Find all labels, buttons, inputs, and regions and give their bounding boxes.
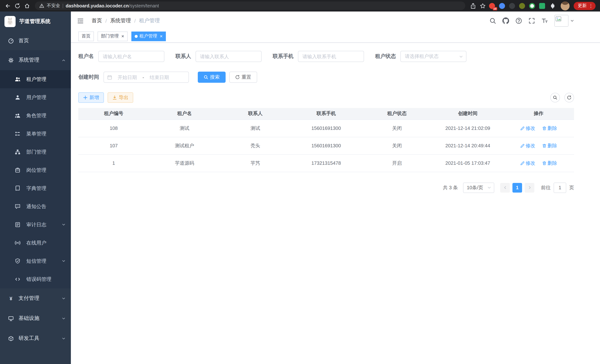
hamburger-icon[interactable]	[77, 17, 84, 24]
sidebar-group-基础设施[interactable]: 基础设施	[0, 308, 71, 328]
add-button[interactable]: 新增	[78, 92, 104, 103]
tenant-name-input[interactable]	[98, 51, 164, 62]
date-end-input[interactable]	[146, 75, 173, 80]
url-path: /system/tenant	[129, 3, 159, 8]
role-icon	[15, 113, 20, 118]
bookmark-star-icon[interactable]	[478, 1, 488, 10]
breadcrumb-separator: /	[134, 18, 136, 24]
sidebar-item-菜单管理[interactable]: 菜单管理	[0, 125, 71, 143]
filter-phone: 联系手机	[273, 51, 364, 62]
search-button-label: 搜索	[210, 74, 220, 81]
extension-icon-dark[interactable]	[509, 3, 515, 9]
page-size-select[interactable]: 10条/页	[463, 182, 494, 193]
edit-link[interactable]: 修改	[520, 142, 535, 149]
sidebar-item-用户管理[interactable]: 用户管理	[0, 88, 71, 106]
sidebar: 芋道管理系统 首页 系统管理 租户管理用户管理角色管理菜单管理部门管理岗位管理字…	[0, 11, 71, 364]
sidebar-item-部门管理[interactable]: 部门管理	[0, 143, 71, 161]
tab-部门管理[interactable]: 部门管理×	[98, 31, 127, 41]
column-header: 租户编号	[78, 108, 149, 120]
sidebar-item-短信管理[interactable]: 短信管理	[0, 252, 71, 270]
extension-icon-blue[interactable]	[499, 3, 505, 9]
search-button[interactable]: 搜索	[198, 72, 225, 83]
search-icon[interactable]	[489, 18, 496, 24]
tab-首页[interactable]: 首页	[78, 31, 94, 41]
contact-input[interactable]	[196, 51, 262, 62]
tool-icon	[8, 336, 14, 341]
breadcrumb-item[interactable]: 首页	[92, 18, 102, 24]
user-avatar-menu[interactable]	[554, 15, 574, 27]
date-start-input[interactable]	[114, 75, 141, 80]
fullscreen-icon[interactable]	[528, 18, 535, 24]
next-page-button[interactable]	[525, 183, 534, 192]
reload-icon[interactable]	[13, 1, 22, 10]
extension-icon-green-square[interactable]	[539, 3, 545, 9]
edit-link[interactable]: 修改	[520, 160, 535, 166]
sidebar-group-system[interactable]: 系统管理	[0, 50, 71, 70]
font-size-icon[interactable]	[541, 18, 548, 24]
github-icon[interactable]	[502, 18, 509, 24]
question-icon[interactable]	[516, 18, 522, 24]
sidebar-item-label: 部门管理	[26, 149, 46, 155]
sidebar-item-通知公告[interactable]: 通知公告	[0, 197, 71, 215]
goto-page-input[interactable]	[554, 182, 566, 193]
cell-id: 107	[78, 137, 149, 154]
delete-link[interactable]: 删除	[542, 125, 557, 131]
chevron-down-icon	[487, 186, 491, 190]
sidebar-item-审计日志[interactable]: 审计日志	[0, 215, 71, 234]
prev-page-button[interactable]	[500, 183, 510, 192]
sidebar-group-支付管理[interactable]: ¥支付管理	[0, 288, 71, 308]
close-tab-icon[interactable]: ×	[121, 34, 124, 38]
sidebar-item-错误码管理[interactable]: 错误码管理	[0, 270, 71, 288]
sidebar-item-租户管理[interactable]: 租户管理	[0, 70, 71, 88]
status-select[interactable]: 请选择租户状态	[400, 51, 466, 62]
tab-租户管理[interactable]: 租户管理×	[131, 31, 166, 41]
refresh-button[interactable]	[564, 93, 574, 103]
extension-icon-olive[interactable]	[519, 3, 525, 9]
sidebar-item-岗位管理[interactable]: 岗位管理	[0, 161, 71, 179]
sidebar-item-label: 错误码管理	[26, 276, 51, 282]
date-range-picker[interactable]: -	[103, 72, 189, 83]
dept-icon	[15, 149, 20, 155]
delete-link[interactable]: 删除	[542, 142, 557, 149]
export-button[interactable]: 导出	[108, 92, 133, 103]
calendar-icon	[107, 75, 112, 80]
close-tab-icon[interactable]: ×	[160, 34, 162, 38]
sidebar-group-研发工具[interactable]: 研发工具	[0, 328, 71, 348]
sidebar-item-label: 字典管理	[26, 185, 46, 192]
extensions-puzzle-icon[interactable]	[549, 1, 557, 10]
sidebar-item-在线用户[interactable]: 在线用户	[0, 234, 71, 252]
app-title: 芋道管理系统	[19, 18, 50, 25]
sidebar-item-角色管理[interactable]: 角色管理	[0, 106, 71, 125]
app-logo	[4, 16, 16, 27]
page-number-button[interactable]: 1	[512, 183, 522, 192]
toggle-search-button[interactable]	[550, 93, 560, 103]
sidebar-item-home[interactable]: 首页	[0, 32, 71, 50]
kebab-menu-icon[interactable]: ⋮	[589, 3, 593, 8]
online-icon	[15, 240, 20, 246]
sidebar-item-字典管理[interactable]: 字典管理	[0, 179, 71, 197]
extension-icon-red[interactable]: 10	[489, 3, 495, 9]
sidebar-item-label: 首页	[19, 37, 29, 44]
filter-tenant-name: 租户名	[78, 51, 164, 62]
app-logo-row[interactable]: 芋道管理系统	[0, 11, 71, 32]
phone-input[interactable]	[298, 51, 364, 62]
delete-link[interactable]: 删除	[542, 160, 557, 166]
back-icon[interactable]	[3, 1, 13, 10]
update-button[interactable]: 更新⋮	[574, 2, 596, 10]
home-icon[interactable]	[22, 1, 32, 10]
sms-icon	[15, 258, 20, 264]
breadcrumb-item[interactable]: 系统管理	[110, 18, 131, 24]
chrome-profile-avatar[interactable]	[561, 1, 570, 10]
cell-name: 测试租户	[149, 137, 220, 154]
address-bar[interactable]: 不安全 dashboard.yudao.iocoder.cn/system/te…	[35, 1, 465, 10]
sidebar-item-label: 岗位管理	[26, 167, 46, 173]
errcode-icon	[15, 276, 20, 282]
cell-status: 关闭	[362, 120, 432, 137]
extension-icon-green-ring[interactable]	[529, 3, 535, 9]
edit-link[interactable]: 修改	[520, 125, 535, 131]
share-icon[interactable]	[468, 1, 478, 10]
chevron-down-icon	[459, 54, 463, 58]
reset-button[interactable]: 重置	[229, 72, 257, 83]
chevron-down-icon	[62, 259, 66, 263]
topbar: 首页/系统管理/租户管理	[71, 11, 600, 30]
